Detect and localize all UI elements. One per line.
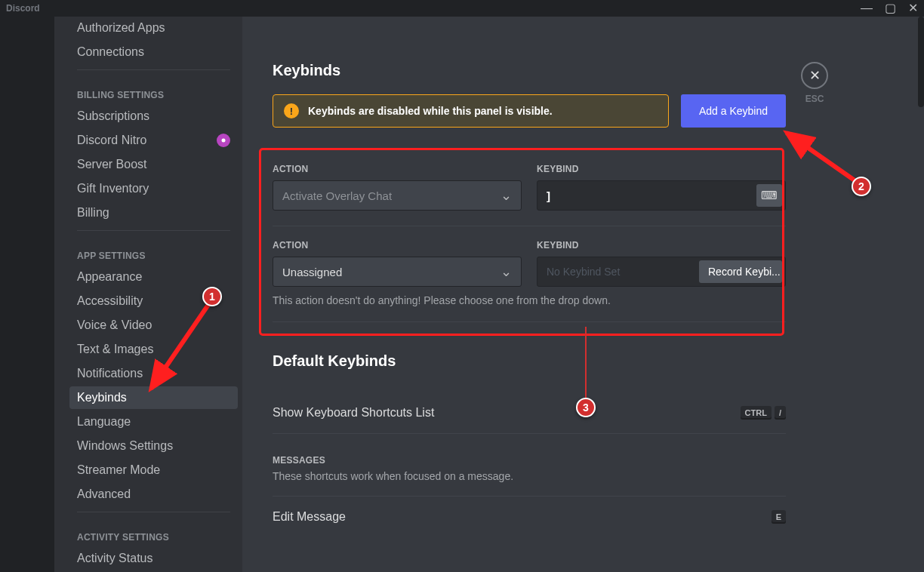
add-keybind-button[interactable]: Add a Keybind [681, 94, 786, 128]
messages-heading: MESSAGES [273, 455, 786, 466]
sidebar-item-label: Server Boost [77, 158, 146, 171]
action-label: ACTION [273, 240, 522, 251]
maximize-icon[interactable]: ▢ [885, 2, 896, 14]
keybind-value: ] [547, 189, 550, 202]
messages-desc: These shortcuts work when focused on a m… [273, 470, 786, 482]
close-settings-button[interactable]: ✕ [801, 62, 828, 89]
settings-sidebar: Authorized AppsConnections BILLING SETTI… [54, 17, 242, 572]
content-pane: Keybinds ! Keybinds are disabled while t… [242, 17, 924, 572]
keybind-row: ACTIONActivate Overlay Chat⌄KEYBIND]⌨ [273, 150, 786, 226]
titlebar: Discord — ▢ ✕ [0, 0, 924, 17]
sidebar-item-label: Billing [77, 206, 109, 220]
sidebar-header-app: APP SETTINGS [69, 237, 238, 266]
sidebar-header-billing: BILLING SETTINGS [69, 76, 238, 105]
sidebar-item-label: Language [77, 415, 131, 429]
chevron-down-icon: ⌄ [500, 265, 512, 278]
sidebar-item-top-1[interactable]: Connections [69, 41, 238, 63]
page-title: Keybinds [273, 62, 786, 79]
action-value: Unassigned [282, 266, 342, 278]
app-name: Discord [6, 3, 40, 14]
sidebar-item-billing-2[interactable]: Server Boost [69, 153, 238, 176]
keybind-row: ACTIONUnassigned⌄KEYBINDNo Keybind SetRe… [273, 226, 786, 322]
chevron-down-icon: ⌄ [500, 189, 512, 202]
sidebar-item-label: Keybinds [77, 391, 127, 404]
sidebar-item-label: Discord Nitro [77, 134, 146, 147]
sidebar-item-app-3[interactable]: Text & Images [69, 338, 238, 361]
sidebar-item-label: Advanced [77, 487, 131, 501]
sidebar-item-app-8[interactable]: Streamer Mode [69, 459, 238, 481]
sidebar-item-label: Appearance [77, 270, 142, 284]
sidebar-item-activity-0[interactable]: Activity Status [69, 547, 238, 570]
sidebar-item-label: Text & Images [77, 343, 153, 356]
default-keybind-row: Show Keyboard Shortcuts ListCTRL/ [273, 392, 786, 434]
scrollbar[interactable] [918, 17, 924, 107]
sidebar-item-app-5[interactable]: Keybinds [69, 386, 238, 409]
key-chip: / [775, 406, 786, 420]
sidebar-item-app-7[interactable]: Windows Settings [69, 435, 238, 457]
action-select[interactable]: Activate Overlay Chat⌄ [273, 180, 522, 211]
sidebar-item-label: Activity Status [77, 552, 152, 565]
keybind-input[interactable]: ]⌨ [537, 180, 786, 211]
warning-text: Keybinds are disabled while this panel i… [308, 105, 553, 117]
divider [77, 230, 230, 231]
sidebar-item-app-0[interactable]: Appearance [69, 266, 238, 288]
sidebar-item-app-2[interactable]: Voice & Video [69, 314, 238, 337]
sidebar-item-top-0[interactable]: Authorized Apps [69, 17, 238, 39]
sidebar-item-label: Accessibility [77, 294, 143, 308]
divider [77, 69, 230, 70]
action-select[interactable]: Unassigned⌄ [273, 257, 522, 287]
sidebar-item-label: Gift Inventory [77, 182, 149, 195]
keybind-label: KEYBIND [537, 164, 786, 174]
sidebar-item-app-6[interactable]: Language [69, 411, 238, 433]
sidebar-header-activity: ACTIVITY SETTINGS [69, 518, 238, 547]
minimize-icon[interactable]: — [861, 2, 873, 14]
key-chip: E [772, 510, 786, 524]
guild-gutter [0, 17, 54, 572]
keyboard-icon[interactable]: ⌨ [756, 184, 782, 207]
sidebar-item-billing-1[interactable]: Discord Nitro [69, 129, 238, 152]
keybind-input[interactable]: No Keybind SetRecord Keybi... [537, 257, 786, 287]
sidebar-item-label: Voice & Video [77, 318, 152, 332]
keybind-label: KEYBIND [537, 240, 786, 251]
sidebar-item-billing-0[interactable]: Subscriptions [69, 105, 238, 128]
action-label: ACTION [273, 164, 522, 174]
sidebar-item-app-4[interactable]: Notifications [69, 362, 238, 385]
sidebar-item-label: Connections [77, 45, 144, 59]
warning-banner: ! Keybinds are disabled while this panel… [273, 94, 669, 128]
default-keybinds-title: Default Keybinds [273, 352, 786, 370]
svg-point-0 [222, 139, 226, 143]
warning-icon: ! [284, 103, 299, 118]
help-text: This action doesn't do anything! Please … [273, 294, 786, 306]
sidebar-item-billing-4[interactable]: Billing [69, 201, 238, 224]
action-value: Activate Overlay Chat [282, 189, 392, 202]
record-keybind-button[interactable]: Record Keybi... [699, 260, 782, 283]
sidebar-item-app-9[interactable]: Advanced [69, 483, 238, 506]
keybind-value: No Keybind Set [547, 266, 620, 278]
default-keybind-label: Show Keyboard Shortcuts List [273, 406, 434, 420]
sidebar-item-label: Streamer Mode [77, 463, 160, 477]
esc-label: ESC [805, 94, 824, 104]
sidebar-item-label: Windows Settings [77, 439, 173, 453]
nitro-badge-icon [217, 134, 230, 147]
sidebar-item-label: Notifications [77, 367, 143, 380]
key-chip: CTRL [741, 406, 772, 420]
sidebar-item-billing-3[interactable]: Gift Inventory [69, 177, 238, 200]
close-icon[interactable]: ✕ [908, 2, 918, 14]
sidebar-item-label: Subscriptions [77, 109, 149, 123]
default-keybind-label: Edit Message [273, 510, 346, 524]
sidebar-item-app-1[interactable]: Accessibility [69, 290, 238, 312]
sidebar-item-label: Authorized Apps [77, 21, 165, 35]
divider [77, 512, 230, 512]
